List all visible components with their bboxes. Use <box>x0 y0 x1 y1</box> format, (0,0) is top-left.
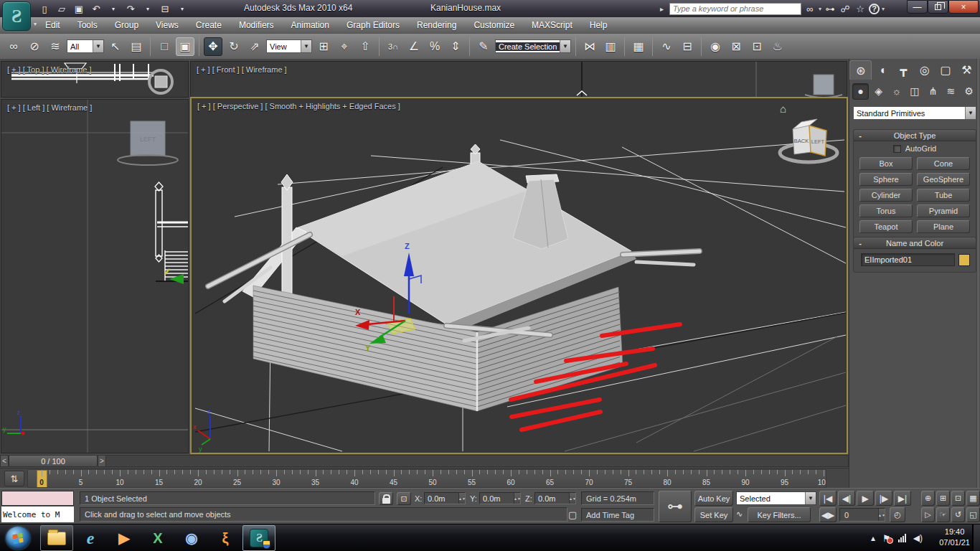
viewport-left-label[interactable]: [ + ] [ Left ] [ Wireframe ] <box>7 103 92 112</box>
menu-create[interactable]: Create <box>188 19 230 32</box>
menu-views[interactable]: Views <box>148 19 187 32</box>
taskbar-ie-button[interactable]: e <box>74 525 107 551</box>
viewport-top[interactable]: [ + ] [ Top ] [ Wireframe ] <box>1 61 189 98</box>
application-menu-button[interactable]: S ▾ <box>2 1 31 31</box>
named-selection-set-dropdown[interactable]: Create Selection Se▼ <box>495 39 571 53</box>
menu-graph-editors[interactable]: Graph Editors <box>339 19 407 32</box>
select-by-name-icon[interactable]: ▤ <box>127 37 146 56</box>
track-bar-ruler[interactable]: 0510152025303540455055606570758085909510… <box>27 469 826 488</box>
tab-motion[interactable]: ◎ <box>914 60 935 80</box>
current-frame-field[interactable]: 0▲▼ <box>839 508 885 522</box>
tab-display[interactable]: ▢ <box>935 60 956 80</box>
primitive-button-cone[interactable]: Cone <box>917 157 970 170</box>
new-file-icon[interactable]: ▯ <box>37 2 52 15</box>
undo-caret-icon[interactable]: ▾ <box>106 2 121 15</box>
menu-modifiers[interactable]: Modifiers <box>231 19 282 32</box>
taskbar-game-button[interactable]: ξ <box>209 525 242 551</box>
z-spinner[interactable]: ▲▼ <box>569 493 575 504</box>
viewport-perspective[interactable]: Z X Y BACK LEFT ⌂ z <box>190 97 848 454</box>
previous-frame-button[interactable]: ◀| <box>838 491 855 506</box>
viewcube-back-label[interactable]: BACK <box>794 138 809 144</box>
left-viewcube-ring[interactable] <box>118 155 178 165</box>
favorites-star-icon[interactable]: ☆ <box>854 4 867 14</box>
mirror-icon[interactable]: ⋈ <box>580 37 599 56</box>
reference-coordinate-system-dropdown[interactable]: View▼ <box>266 39 312 53</box>
mini-curve-editor-button[interactable]: ⇅ <box>4 471 24 486</box>
primitive-button-torus[interactable]: Torus <box>859 204 913 217</box>
use-pivot-point-center-icon[interactable]: ⊞ <box>314 37 333 56</box>
key-filter-scope-dropdown[interactable]: Selected▼ <box>736 491 816 505</box>
search-go-icon[interactable]: ▸ <box>660 5 667 13</box>
open-file-icon[interactable]: ▱ <box>55 2 69 15</box>
quick-access-overflow-icon[interactable]: ▾ <box>175 2 189 15</box>
help-icon[interactable]: ? <box>869 4 880 14</box>
maxscript-listener-white[interactable]: Welcome to M <box>1 507 74 522</box>
restore-button[interactable] <box>928 0 948 14</box>
tab-hierarchy[interactable]: ┳ <box>893 60 914 80</box>
primitive-button-box[interactable]: Box <box>859 157 913 170</box>
help-caret-icon[interactable]: ▾ <box>882 6 885 12</box>
primitive-button-sphere[interactable]: Sphere <box>859 173 913 186</box>
perspective-viewcube[interactable]: BACK LEFT <box>780 119 837 162</box>
front-viewcube-face[interactable] <box>814 75 834 95</box>
zoom-extents-icon[interactable]: ⊡ <box>951 491 965 506</box>
go-to-end-button[interactable]: ▶| <box>894 491 911 506</box>
search-input[interactable] <box>669 3 801 15</box>
set-keys-button[interactable]: ⊶ <box>659 491 692 522</box>
menu-group[interactable]: Group <box>107 19 146 32</box>
select-and-move-icon[interactable]: ✥ <box>204 37 222 56</box>
key-mode-toggle[interactable]: ◀▶ <box>819 507 837 522</box>
menu-animation[interactable]: Animation <box>283 19 337 32</box>
search-options-caret-icon[interactable]: ▾ <box>819 6 821 12</box>
subcat-shapes[interactable]: ◈ <box>870 83 887 100</box>
key-filters-button[interactable]: Key Filters... <box>748 507 811 522</box>
primitive-button-tube[interactable]: Tube <box>917 189 970 202</box>
tab-create[interactable]: ⊛ <box>849 60 872 80</box>
close-button[interactable]: × <box>948 0 979 14</box>
primitive-category-dropdown[interactable]: Standard Primitives ▼ <box>853 106 976 120</box>
select-and-manipulate-icon[interactable]: ⌖ <box>335 37 354 56</box>
subcat-cameras[interactable]: ◫ <box>906 83 923 100</box>
primitive-button-pyramid[interactable]: Pyramid <box>917 204 970 217</box>
keyboard-shortcut-override-icon[interactable]: ⇧ <box>356 37 374 56</box>
y-spinner[interactable]: ▲▼ <box>514 493 520 504</box>
redo-caret-icon[interactable]: ▾ <box>141 2 155 15</box>
menu-help[interactable]: Help <box>582 19 616 32</box>
selection-lock-toggle[interactable] <box>379 492 393 505</box>
zoom-all-icon[interactable]: ⊞ <box>936 491 950 506</box>
start-button[interactable] <box>6 527 30 550</box>
subscription-key-icon[interactable]: ⊶ <box>824 4 837 14</box>
object-color-swatch[interactable] <box>958 254 970 266</box>
bind-to-space-warp-icon[interactable]: ≋ <box>46 37 65 56</box>
unlink-selection-icon[interactable]: ⊘ <box>25 37 44 56</box>
left-move-gizmo-arrow[interactable] <box>169 274 184 284</box>
time-slider-handle[interactable]: 0 / 100 <box>9 455 98 467</box>
menu-rendering[interactable]: Rendering <box>409 19 464 32</box>
next-frame-arrow[interactable]: > <box>98 455 106 467</box>
y-coord-field[interactable]: 0.0m▲▼ <box>479 492 521 504</box>
select-object-icon[interactable]: ↖ <box>106 37 125 56</box>
primitive-button-plane[interactable]: Plane <box>917 220 970 233</box>
curve-editor-icon[interactable]: ∿ <box>657 37 676 56</box>
search-icon[interactable]: ∞ <box>804 4 816 14</box>
collapse-icon[interactable]: - <box>854 131 867 140</box>
window-crossing-icon[interactable]: ▣ <box>176 37 194 56</box>
time-slider-track[interactable] <box>106 455 849 467</box>
set-key-button[interactable]: Set Key <box>694 507 733 522</box>
action-center-icon[interactable]: ⚑ <box>882 533 891 544</box>
render-production-icon[interactable]: ♨ <box>768 37 787 56</box>
angle-snap-icon[interactable]: ∠ <box>405 37 423 56</box>
spinner-snap-icon[interactable]: ⇕ <box>446 37 465 56</box>
show-hidden-icons-button[interactable]: ▴ <box>871 533 875 543</box>
top-viewcube-face[interactable] <box>155 76 167 88</box>
object-type-header[interactable]: - Object Type <box>854 130 976 141</box>
pan-icon[interactable]: ☞ <box>936 507 950 522</box>
volume-icon[interactable]: ◀) <box>913 533 923 543</box>
redo-icon[interactable]: ↷ <box>123 2 138 15</box>
percent-snap-icon[interactable]: % <box>425 37 444 56</box>
network-icon[interactable] <box>898 534 906 542</box>
absolute-offset-mode-toggle[interactable]: ⊡ <box>397 492 411 505</box>
taskbar-excel-button[interactable]: X <box>141 525 174 551</box>
collapse-icon[interactable]: - <box>854 239 867 248</box>
viewport-front[interactable]: [ + ] [ Front ] [ Wireframe ] <box>190 61 847 98</box>
